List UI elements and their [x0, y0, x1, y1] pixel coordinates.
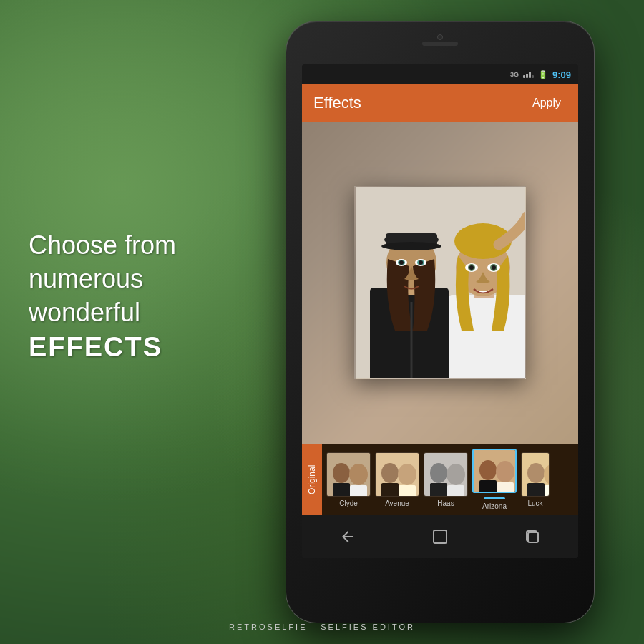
effect-name-clyde: Clyde	[339, 499, 358, 507]
svg-point-35	[430, 463, 447, 483]
speaker-grill	[422, 42, 458, 46]
effect-thumb-arizona[interactable]	[472, 449, 517, 493]
selfie-svg	[356, 187, 526, 379]
thumb-haas-inner	[424, 453, 467, 496]
svg-point-31	[398, 464, 416, 485]
text-line3: wonderful	[29, 298, 140, 327]
svg-point-23	[492, 265, 496, 270]
svg-rect-33	[399, 485, 416, 497]
svg-point-20	[469, 265, 474, 270]
effects-thumbnails[interactable]: Clyde	[322, 444, 554, 515]
svg-rect-1	[370, 288, 449, 379]
battery-icon: 🔋	[538, 70, 548, 79]
svg-rect-43	[497, 482, 514, 493]
signal-bars	[523, 72, 534, 78]
front-camera	[437, 34, 443, 40]
svg-point-9	[399, 260, 404, 265]
svg-rect-32	[381, 483, 399, 497]
effects-strip: Original	[302, 444, 578, 515]
signal-bar-2	[526, 74, 528, 78]
effect-name-luck: Luck	[521, 499, 550, 507]
signal-bar-4	[532, 75, 534, 78]
left-text-block: Choose from numerous wonderful EFFECTS	[29, 229, 258, 363]
thumb-luck-inner	[522, 453, 549, 496]
app-title: Effects	[313, 94, 361, 112]
svg-rect-47	[527, 483, 545, 497]
selfie-scene	[356, 187, 525, 378]
effect-thumb-clyde[interactable]	[326, 452, 371, 497]
svg-rect-38	[447, 485, 464, 497]
svg-point-30	[381, 463, 399, 483]
svg-rect-27	[333, 483, 350, 497]
status-bar: 3G 🔋 9:09	[302, 64, 578, 84]
clock-display: 9:09	[552, 69, 571, 80]
text-line1: Choose from	[29, 230, 176, 260]
svg-point-41	[496, 461, 514, 482]
svg-rect-37	[430, 483, 447, 497]
svg-point-12	[419, 260, 423, 265]
thumb-arizona-inner	[474, 450, 515, 492]
svg-rect-49	[434, 530, 447, 543]
svg-rect-51	[528, 532, 538, 542]
phone-screen: 3G 🔋 9:09 Effects Apply	[302, 64, 578, 558]
effect-item-luck[interactable]: Luck	[521, 452, 550, 507]
effect-name-avenue: Avenue	[385, 499, 409, 507]
effect-name-arizona: Arizona	[482, 502, 507, 510]
photo-preview-area	[302, 122, 578, 444]
home-button[interactable]	[426, 522, 454, 551]
svg-point-36	[447, 464, 465, 485]
signal-bar-3	[529, 72, 531, 78]
svg-point-25	[333, 463, 350, 483]
effect-thumb-avenue[interactable]	[375, 452, 419, 497]
effect-thumb-luck[interactable]	[521, 452, 550, 497]
text-effects: EFFECTS	[29, 332, 258, 363]
svg-point-40	[479, 460, 497, 480]
svg-rect-42	[479, 480, 497, 493]
svg-rect-28	[350, 485, 367, 497]
svg-point-26	[349, 464, 368, 485]
network-indicator: 3G	[510, 71, 519, 78]
phone-device: 3G 🔋 9:09 Effects Apply	[286, 21, 594, 623]
active-indicator	[484, 497, 505, 499]
effect-item-haas[interactable]: Haas	[424, 452, 468, 507]
back-button[interactable]	[333, 522, 362, 551]
svg-rect-48	[545, 485, 550, 497]
app-toolbar: Effects Apply	[302, 84, 578, 122]
thumb-clyde-inner	[327, 453, 370, 496]
navigation-bar	[302, 515, 578, 558]
text-line2: numerous	[29, 264, 143, 293]
svg-point-45	[527, 463, 545, 483]
original-label: Original	[302, 444, 322, 515]
effect-item-arizona[interactable]: Arizona	[472, 449, 517, 510]
effect-item-clyde[interactable]: Clyde	[326, 452, 371, 507]
phone-body: 3G 🔋 9:09 Effects Apply	[286, 21, 594, 623]
effect-name-haas: Haas	[437, 499, 454, 507]
effect-item-avenue[interactable]: Avenue	[375, 452, 419, 507]
apply-button[interactable]: Apply	[527, 91, 567, 115]
main-photo-frame	[354, 186, 526, 379]
effect-thumb-haas[interactable]	[424, 452, 468, 497]
recents-button[interactable]	[518, 522, 547, 551]
thumb-avenue-inner	[376, 453, 419, 496]
app-footer-label: RETROSELFIE - SELFIES EDITOR	[0, 623, 644, 631]
signal-bar-1	[523, 75, 525, 78]
svg-point-6	[381, 242, 441, 250]
